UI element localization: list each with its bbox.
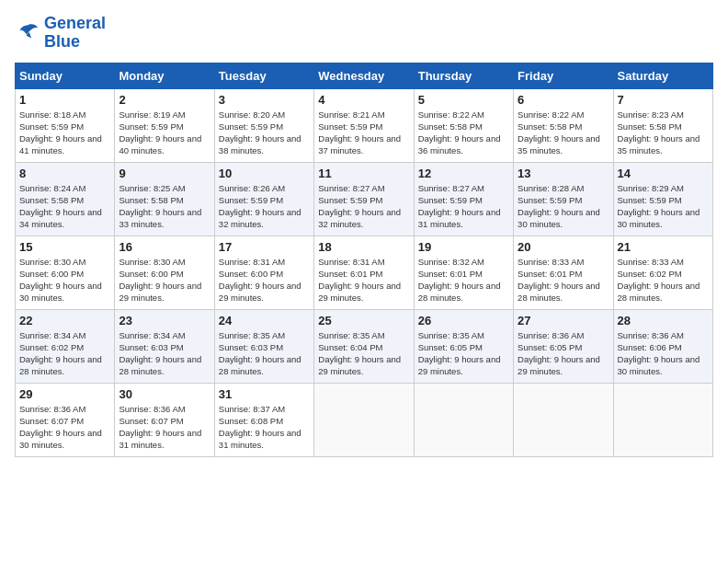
day-number: 1 bbox=[19, 93, 110, 107]
calendar-cell: 15 Sunrise: 8:30 AM Sunset: 6:00 PM Dayl… bbox=[16, 236, 115, 309]
calendar-cell bbox=[414, 383, 513, 456]
calendar-cell bbox=[514, 383, 613, 456]
day-number: 16 bbox=[119, 240, 210, 254]
day-info: Sunrise: 8:33 AM Sunset: 6:02 PM Dayligh… bbox=[618, 256, 709, 304]
calendar-cell: 20 Sunrise: 8:33 AM Sunset: 6:01 PM Dayl… bbox=[514, 236, 613, 309]
day-info: Sunrise: 8:19 AM Sunset: 5:59 PM Dayligh… bbox=[119, 109, 210, 157]
day-number: 11 bbox=[318, 167, 409, 180]
logo-text: General Blue bbox=[44, 15, 106, 52]
day-number: 9 bbox=[119, 167, 210, 180]
day-number: 26 bbox=[418, 314, 509, 327]
calendar-table: SundayMondayTuesdayWednesdayThursdayFrid… bbox=[15, 63, 713, 457]
day-info: Sunrise: 8:18 AM Sunset: 5:59 PM Dayligh… bbox=[19, 109, 110, 157]
calendar-cell: 28 Sunrise: 8:36 AM Sunset: 6:06 PM Dayl… bbox=[613, 309, 712, 383]
day-info: Sunrise: 8:30 AM Sunset: 6:00 PM Dayligh… bbox=[119, 256, 210, 304]
calendar-cell: 13 Sunrise: 8:28 AM Sunset: 5:59 PM Dayl… bbox=[514, 162, 613, 236]
header-row: SundayMondayTuesdayWednesdayThursdayFrid… bbox=[16, 63, 713, 88]
day-info: Sunrise: 8:34 AM Sunset: 6:03 PM Dayligh… bbox=[119, 329, 210, 378]
page-header: General Blue bbox=[15, 15, 713, 52]
day-info: Sunrise: 8:22 AM Sunset: 5:58 PM Dayligh… bbox=[518, 109, 609, 157]
day-info: Sunrise: 8:32 AM Sunset: 6:01 PM Dayligh… bbox=[418, 256, 509, 304]
calendar-cell: 6 Sunrise: 8:22 AM Sunset: 5:58 PM Dayli… bbox=[514, 88, 613, 162]
day-number: 24 bbox=[219, 314, 310, 327]
day-info: Sunrise: 8:35 AM Sunset: 6:04 PM Dayligh… bbox=[318, 329, 409, 378]
day-number: 20 bbox=[518, 240, 609, 254]
calendar-cell: 31 Sunrise: 8:37 AM Sunset: 6:08 PM Dayl… bbox=[214, 383, 313, 456]
calendar-cell: 17 Sunrise: 8:31 AM Sunset: 6:00 PM Dayl… bbox=[214, 236, 313, 309]
day-number: 7 bbox=[618, 93, 709, 107]
day-info: Sunrise: 8:36 AM Sunset: 6:07 PM Dayligh… bbox=[119, 403, 210, 452]
day-number: 4 bbox=[318, 93, 409, 107]
day-number: 17 bbox=[219, 240, 310, 254]
day-number: 29 bbox=[19, 387, 110, 401]
calendar-cell bbox=[314, 383, 414, 456]
day-number: 23 bbox=[119, 314, 210, 327]
calendar-cell: 7 Sunrise: 8:23 AM Sunset: 5:58 PM Dayli… bbox=[613, 88, 712, 162]
day-info: Sunrise: 8:24 AM Sunset: 5:58 PM Dayligh… bbox=[19, 182, 110, 231]
day-info: Sunrise: 8:28 AM Sunset: 5:59 PM Dayligh… bbox=[518, 182, 609, 231]
day-number: 31 bbox=[219, 387, 310, 401]
day-number: 27 bbox=[518, 314, 609, 327]
col-header-wednesday: Wednesday bbox=[314, 63, 414, 88]
calendar-cell: 14 Sunrise: 8:29 AM Sunset: 5:59 PM Dayl… bbox=[613, 162, 712, 236]
week-row-5: 29 Sunrise: 8:36 AM Sunset: 6:07 PM Dayl… bbox=[16, 383, 713, 456]
calendar-cell: 5 Sunrise: 8:22 AM Sunset: 5:58 PM Dayli… bbox=[414, 88, 513, 162]
day-info: Sunrise: 8:20 AM Sunset: 5:59 PM Dayligh… bbox=[219, 109, 310, 157]
day-number: 12 bbox=[418, 167, 509, 180]
calendar-cell: 4 Sunrise: 8:21 AM Sunset: 5:59 PM Dayli… bbox=[314, 88, 414, 162]
col-header-saturday: Saturday bbox=[613, 63, 712, 88]
col-header-thursday: Thursday bbox=[414, 63, 513, 88]
calendar-cell: 16 Sunrise: 8:30 AM Sunset: 6:00 PM Dayl… bbox=[115, 236, 214, 309]
day-info: Sunrise: 8:36 AM Sunset: 6:06 PM Dayligh… bbox=[618, 329, 709, 378]
day-number: 21 bbox=[618, 240, 709, 254]
day-info: Sunrise: 8:22 AM Sunset: 5:58 PM Dayligh… bbox=[418, 109, 509, 157]
calendar-cell bbox=[613, 383, 712, 456]
calendar-cell: 18 Sunrise: 8:31 AM Sunset: 6:01 PM Dayl… bbox=[314, 236, 414, 309]
week-row-2: 8 Sunrise: 8:24 AM Sunset: 5:58 PM Dayli… bbox=[16, 162, 713, 236]
day-number: 15 bbox=[19, 240, 110, 254]
calendar-cell: 22 Sunrise: 8:34 AM Sunset: 6:02 PM Dayl… bbox=[16, 309, 115, 383]
day-number: 5 bbox=[418, 93, 509, 107]
day-number: 3 bbox=[219, 93, 310, 107]
day-number: 30 bbox=[119, 387, 210, 401]
day-info: Sunrise: 8:35 AM Sunset: 6:05 PM Dayligh… bbox=[418, 329, 509, 378]
col-header-tuesday: Tuesday bbox=[214, 63, 313, 88]
calendar-cell: 24 Sunrise: 8:35 AM Sunset: 6:03 PM Dayl… bbox=[214, 309, 313, 383]
logo: General Blue bbox=[15, 15, 106, 52]
day-info: Sunrise: 8:21 AM Sunset: 5:59 PM Dayligh… bbox=[318, 109, 409, 157]
day-info: Sunrise: 8:30 AM Sunset: 6:00 PM Dayligh… bbox=[19, 256, 110, 304]
day-number: 13 bbox=[518, 167, 609, 180]
day-info: Sunrise: 8:35 AM Sunset: 6:03 PM Dayligh… bbox=[219, 329, 310, 378]
col-header-sunday: Sunday bbox=[16, 63, 115, 88]
col-header-monday: Monday bbox=[115, 63, 214, 88]
calendar-cell: 10 Sunrise: 8:26 AM Sunset: 5:59 PM Dayl… bbox=[214, 162, 313, 236]
col-header-friday: Friday bbox=[514, 63, 613, 88]
calendar-cell: 25 Sunrise: 8:35 AM Sunset: 6:04 PM Dayl… bbox=[314, 309, 414, 383]
day-info: Sunrise: 8:37 AM Sunset: 6:08 PM Dayligh… bbox=[219, 403, 310, 452]
calendar-cell: 8 Sunrise: 8:24 AM Sunset: 5:58 PM Dayli… bbox=[16, 162, 115, 236]
day-info: Sunrise: 8:29 AM Sunset: 5:59 PM Dayligh… bbox=[618, 182, 709, 231]
calendar-cell: 27 Sunrise: 8:36 AM Sunset: 6:05 PM Dayl… bbox=[514, 309, 613, 383]
week-row-1: 1 Sunrise: 8:18 AM Sunset: 5:59 PM Dayli… bbox=[16, 88, 713, 162]
day-info: Sunrise: 8:31 AM Sunset: 6:00 PM Dayligh… bbox=[219, 256, 310, 304]
day-number: 10 bbox=[219, 167, 310, 180]
day-info: Sunrise: 8:25 AM Sunset: 5:58 PM Dayligh… bbox=[119, 182, 210, 231]
day-number: 22 bbox=[19, 314, 110, 327]
day-info: Sunrise: 8:36 AM Sunset: 6:05 PM Dayligh… bbox=[518, 329, 609, 378]
calendar-cell: 11 Sunrise: 8:27 AM Sunset: 5:59 PM Dayl… bbox=[314, 162, 414, 236]
calendar-cell: 1 Sunrise: 8:18 AM Sunset: 5:59 PM Dayli… bbox=[16, 88, 115, 162]
day-info: Sunrise: 8:26 AM Sunset: 5:59 PM Dayligh… bbox=[219, 182, 310, 231]
day-info: Sunrise: 8:27 AM Sunset: 5:59 PM Dayligh… bbox=[318, 182, 409, 231]
day-number: 8 bbox=[19, 167, 110, 180]
calendar-cell: 21 Sunrise: 8:33 AM Sunset: 6:02 PM Dayl… bbox=[613, 236, 712, 309]
calendar-cell: 19 Sunrise: 8:32 AM Sunset: 6:01 PM Dayl… bbox=[414, 236, 513, 309]
calendar-cell: 2 Sunrise: 8:19 AM Sunset: 5:59 PM Dayli… bbox=[115, 88, 214, 162]
week-row-4: 22 Sunrise: 8:34 AM Sunset: 6:02 PM Dayl… bbox=[16, 309, 713, 383]
day-info: Sunrise: 8:36 AM Sunset: 6:07 PM Dayligh… bbox=[19, 403, 110, 452]
day-number: 28 bbox=[618, 314, 709, 327]
calendar-cell: 3 Sunrise: 8:20 AM Sunset: 5:59 PM Dayli… bbox=[214, 88, 313, 162]
calendar-cell: 29 Sunrise: 8:36 AM Sunset: 6:07 PM Dayl… bbox=[16, 383, 115, 456]
day-number: 2 bbox=[119, 93, 210, 107]
day-number: 19 bbox=[418, 240, 509, 254]
day-info: Sunrise: 8:34 AM Sunset: 6:02 PM Dayligh… bbox=[19, 329, 110, 378]
